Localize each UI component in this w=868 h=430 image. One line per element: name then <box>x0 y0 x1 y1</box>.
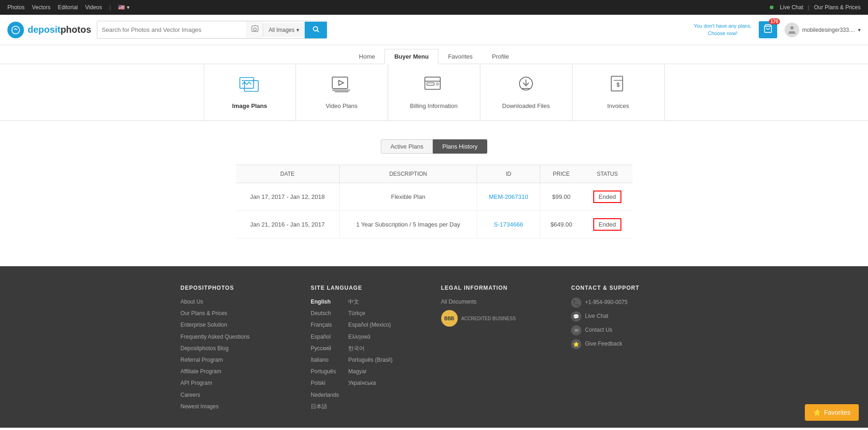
nav-vectors[interactable]: Vectors <box>32 4 50 11</box>
footer-referral[interactable]: Referral Program <box>181 356 297 364</box>
footer-plans-prices[interactable]: Our Plans & Prices <box>181 309 297 318</box>
lang-espanol-mx[interactable]: Español (Mexico) <box>348 321 392 329</box>
contact-phone-row: 📞 +1-954-990-0075 <box>571 298 688 308</box>
contact-us-link[interactable]: Contact Us <box>585 326 612 334</box>
username-label: mobiledesinger333.... <box>802 27 855 33</box>
user-chevron-icon: ▾ <box>858 27 861 33</box>
footer-lang-heading: SITE LANGUAGE <box>311 285 427 291</box>
bbb-text: ACCREDITED BUSINESS <box>461 316 516 322</box>
row2-price: $649.00 <box>540 211 582 239</box>
top-live-chat[interactable]: Live Chat <box>780 4 803 11</box>
live-chat-indicator <box>770 6 774 9</box>
footer-contact-heading: CONTACT & SUPPORT <box>571 285 688 291</box>
flag-icon[interactable]: 🇺🇸 ▾ <box>118 4 129 11</box>
lang-deutsch[interactable]: Deutsch <box>311 309 339 318</box>
footer-all-docs[interactable]: All Documents <box>441 298 558 306</box>
table-row: Jan 21, 2016 - Jan 15, 2017 1 Year Subsc… <box>236 211 632 239</box>
give-feedback-link[interactable]: Give Feedback <box>585 340 622 348</box>
col-price: PRICE <box>540 165 582 183</box>
menu-card-image-plans[interactable]: Image Plans <box>204 64 296 120</box>
downloads-icon <box>516 75 536 98</box>
invoices-label: Invoices <box>607 102 629 109</box>
cart-badge: 170 <box>769 18 780 24</box>
lang-greek[interactable]: Ελληνικά <box>348 333 392 341</box>
col-description: DESCRIPTION <box>339 165 477 183</box>
lang-japanese[interactable]: 日本語 <box>311 402 339 411</box>
lang-ukrainian[interactable]: Українська <box>348 379 392 388</box>
menu-card-invoices[interactable]: $ Invoices <box>573 64 665 120</box>
lang-english[interactable]: English <box>311 298 339 306</box>
tab-favorites[interactable]: Favorites <box>438 49 482 64</box>
lang-korean[interactable]: 한국어 <box>348 344 392 353</box>
svg-text:$: $ <box>616 82 620 88</box>
cart-button[interactable]: 170 <box>759 21 777 38</box>
lang-espanol[interactable]: Español <box>311 333 339 341</box>
row1-id-link[interactable]: MEM-2067310 <box>489 193 528 200</box>
footer-about-us[interactable]: About Us <box>181 298 297 306</box>
table-row: Jan 17, 2017 - Jan 12, 2018 Flexible Pla… <box>236 183 632 211</box>
nav-videos[interactable]: Videos <box>85 4 102 11</box>
contact-live-chat[interactable]: Live Chat <box>585 312 608 321</box>
footer-affiliate[interactable]: Affiliate Program <box>181 367 297 376</box>
tab-profile[interactable]: Profile <box>482 49 519 64</box>
search-filter-dropdown[interactable]: All Images ▾ <box>263 23 305 37</box>
no-plans-notice: You don't have any plans. Choose now! <box>694 23 751 37</box>
lang-portuguese-br[interactable]: Português (Brasil) <box>348 356 392 364</box>
lang-chinese[interactable]: 中文 <box>348 298 392 306</box>
svg-point-2 <box>313 26 317 30</box>
secondary-navigation: Home Buyer Menu Favorites Profile <box>0 45 868 64</box>
image-plans-label: Image Plans <box>232 102 267 109</box>
billing-icon <box>424 75 444 98</box>
menu-card-billing[interactable]: Billing Information <box>388 64 480 120</box>
nav-editorial[interactable]: Editorial <box>58 4 77 11</box>
footer-enterprise[interactable]: Enterprise Solution <box>181 321 297 329</box>
active-plans-tab[interactable]: Active Plans <box>381 139 433 154</box>
row1-status: Ended <box>582 183 632 211</box>
tab-buyer-menu[interactable]: Buyer Menu <box>384 49 438 64</box>
camera-search-icon[interactable] <box>247 21 263 38</box>
downloads-label: Downloaded Files <box>502 102 549 109</box>
phone-icon: 📞 <box>571 298 581 308</box>
row2-id-link[interactable]: S-1734666 <box>494 221 523 228</box>
lang-polski[interactable]: Polski <box>311 379 339 388</box>
contact-phone[interactable]: +1-954-990-0075 <box>585 298 627 307</box>
footer-contact: CONTACT & SUPPORT 📞 +1-954-990-0075 💬 Li… <box>571 285 688 414</box>
menu-card-video-plans[interactable]: Video Plans <box>296 64 388 120</box>
chat-icon: 💬 <box>571 311 581 322</box>
footer-faq[interactable]: Frequently Asked Questions <box>181 333 297 341</box>
tab-home[interactable]: Home <box>349 49 385 64</box>
contact-feedback-row: ⭐ Give Feedback <box>571 339 688 349</box>
nav-photos[interactable]: Photos <box>7 4 24 11</box>
footer-blog[interactable]: Depositphotos Blog <box>181 344 297 353</box>
footer-careers[interactable]: Careers <box>181 391 297 400</box>
nav-divider: | <box>109 4 111 11</box>
favorites-button[interactable]: ⭐ Favorites <box>805 404 859 421</box>
footer-legal: LEGAL INFORMATION All Documents BBB ACCR… <box>441 285 558 414</box>
footer-api[interactable]: API Program <box>181 379 297 388</box>
search-input[interactable] <box>97 23 247 37</box>
plans-history-tab[interactable]: Plans History <box>433 139 487 154</box>
svg-point-0 <box>12 26 20 34</box>
lang-russian[interactable]: Русский <box>311 344 339 353</box>
logo[interactable]: depositphotos <box>7 22 91 38</box>
svg-rect-15 <box>427 83 434 85</box>
lang-magyar[interactable]: Magyar <box>348 367 392 376</box>
menu-card-downloads[interactable]: Downloaded Files <box>480 64 573 120</box>
lang-italiano[interactable]: Italiano <box>311 356 339 364</box>
image-plans-icon <box>239 75 261 98</box>
bbb-badge: BBB ACCREDITED BUSINESS <box>441 310 558 327</box>
lang-portuguese[interactable]: Português <box>311 367 339 376</box>
footer-depositphotos: DEPOSITPHOTOS About Us Our Plans & Price… <box>181 285 297 414</box>
plans-table-container: DATE DESCRIPTION ID PRICE STATUS Jan 17,… <box>0 165 868 239</box>
svg-point-5 <box>791 26 794 29</box>
lang-nederlands[interactable]: Nederlands <box>311 391 339 400</box>
lang-turkish[interactable]: Türkçe <box>348 309 392 318</box>
user-menu-button[interactable]: mobiledesinger333.... ▾ <box>785 23 861 37</box>
header-right: You don't have any plans. Choose now! 17… <box>694 21 861 38</box>
search-button[interactable] <box>305 22 327 38</box>
footer-newest[interactable]: Newest Images <box>181 402 297 411</box>
svg-line-3 <box>317 30 319 32</box>
top-plans-prices[interactable]: Our Plans & Prices <box>814 4 861 11</box>
lang-francais[interactable]: Français <box>311 321 339 329</box>
row2-description: 1 Year Subscription / 5 Images per Day <box>339 211 477 239</box>
